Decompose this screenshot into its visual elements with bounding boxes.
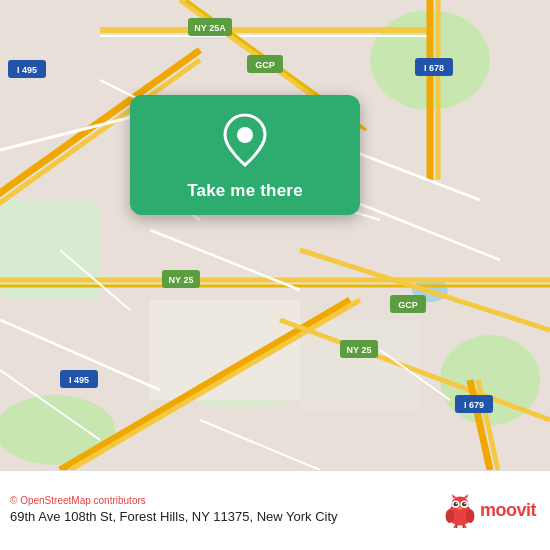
attribution-prefix: © [10, 495, 20, 506]
take-me-there-button[interactable]: Take me there [187, 181, 303, 201]
moovit-brand-name: moovit [480, 500, 536, 521]
svg-text:I 679: I 679 [464, 400, 484, 410]
address-text: 69th Ave 108th St, Forest Hills, NY 1137… [10, 508, 443, 526]
map-container: NY 25A I 678 I 495 I 495 GCP GCP NY 25 N… [0, 0, 550, 470]
svg-point-63 [462, 502, 466, 506]
attribution-link[interactable]: OpenStreetMap contributors [20, 495, 146, 506]
svg-point-68 [466, 509, 475, 523]
svg-text:I 495: I 495 [69, 375, 89, 385]
svg-text:GCP: GCP [255, 60, 275, 70]
svg-point-67 [446, 509, 455, 523]
svg-text:NY 25: NY 25 [347, 345, 372, 355]
svg-text:NY 25A: NY 25A [194, 23, 226, 33]
attribution: © OpenStreetMap contributors [10, 495, 443, 506]
moovit-owl-icon [443, 494, 477, 528]
svg-point-62 [454, 502, 458, 506]
svg-text:NY 25: NY 25 [169, 275, 194, 285]
svg-text:I 678: I 678 [424, 63, 444, 73]
location-pin-wrapper [222, 113, 268, 171]
take-me-there-card[interactable]: Take me there [130, 95, 360, 215]
footer-left: © OpenStreetMap contributors 69th Ave 10… [10, 495, 443, 526]
svg-text:GCP: GCP [398, 300, 418, 310]
moovit-logo: moovit [443, 494, 536, 528]
svg-point-55 [237, 127, 253, 143]
svg-text:I 495: I 495 [17, 65, 37, 75]
footer: © OpenStreetMap contributors 69th Ave 10… [0, 470, 550, 550]
svg-point-64 [456, 502, 458, 504]
svg-point-65 [464, 502, 466, 504]
